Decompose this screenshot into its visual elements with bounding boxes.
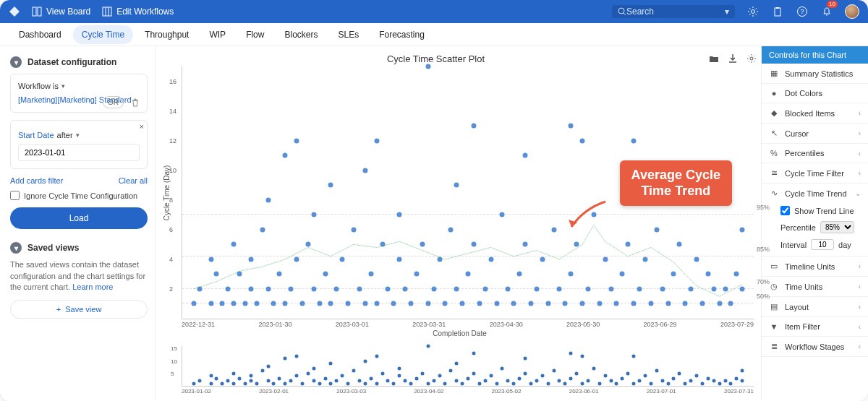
scatter-dot[interactable] — [523, 153, 528, 158]
scatter-dot[interactable] — [466, 272, 471, 277]
scatter-dot[interactable] — [580, 138, 585, 143]
scatter-dot[interactable] — [711, 286, 716, 291]
summary-statistics-item[interactable]: ▦ Summary Statistics — [762, 64, 868, 84]
scatter-dot[interactable] — [346, 301, 351, 306]
scatter-dot[interactable] — [614, 301, 619, 306]
scatter-dot[interactable] — [454, 183, 459, 188]
scatter-dot[interactable] — [437, 256, 442, 262]
scatter-dot[interactable] — [608, 286, 613, 291]
scatter-dot[interactable] — [420, 242, 425, 247]
scatter-dot[interactable] — [689, 286, 694, 291]
scatter-dot[interactable] — [471, 124, 476, 129]
cursor-item[interactable]: ↖ Cursor ‹ — [762, 124, 868, 144]
chevron-down-icon[interactable]: ▾ — [725, 7, 729, 17]
dataset-config-header[interactable]: ▾ Dataset configuration — [10, 56, 148, 68]
scatter-dot[interactable] — [580, 301, 585, 306]
scatter-dot[interactable] — [574, 242, 579, 247]
scatter-dot[interactable] — [277, 272, 282, 277]
scatter-dot[interactable] — [569, 272, 574, 277]
layout-item[interactable]: ▤ Layout ‹ — [762, 297, 868, 317]
close-icon[interactable]: × — [140, 122, 144, 131]
workflow-is-button[interactable]: Workflow is ▾ — [18, 82, 140, 90]
tab-dashboard[interactable]: Dashboard — [10, 25, 70, 44]
tab-forecasting[interactable]: Forecasting — [370, 25, 433, 44]
scatter-dot[interactable] — [425, 301, 430, 306]
saved-views-header[interactable]: ▾ Saved views — [10, 242, 148, 254]
scatter-dot[interactable] — [506, 286, 511, 291]
scatter-dot[interactable] — [328, 301, 333, 306]
dot-colors-item[interactable]: ● Dot Colors — [762, 84, 868, 103]
scatter-dot[interactable] — [294, 256, 299, 262]
scatter-dot[interactable] — [671, 272, 676, 277]
scatter-dot[interactable] — [740, 286, 745, 291]
folder-icon[interactable] — [709, 53, 719, 64]
scatter-dot[interactable] — [705, 272, 710, 277]
scatter-dot[interactable] — [397, 256, 402, 262]
scatter-dot[interactable] — [328, 183, 333, 188]
scatter-dot[interactable] — [728, 301, 733, 306]
load-button[interactable]: Load — [10, 207, 148, 229]
collapse-icon[interactable]: ▾ — [10, 242, 22, 254]
save-view-button[interactable]: + Save view — [10, 300, 148, 319]
collapse-icon[interactable]: ▾ — [10, 56, 22, 68]
interval-input[interactable] — [811, 239, 834, 250]
scatter-dot[interactable] — [283, 301, 288, 306]
edit-workflows-button[interactable]: Edit Workflows — [102, 7, 174, 17]
scatter-dot[interactable] — [299, 301, 305, 306]
tab-blockers[interactable]: Blockers — [276, 25, 326, 44]
trash-icon[interactable] — [131, 98, 140, 107]
scatter-dot[interactable] — [311, 286, 316, 291]
scatter-dot[interactable] — [403, 286, 408, 291]
cycle-time-trend-item[interactable]: ∿ Cycle Time Trend ⌄ — [762, 184, 868, 203]
overview-plot[interactable]: 51015 — [182, 346, 754, 387]
scatter-dot[interactable] — [362, 168, 367, 173]
scatter-dot[interactable] — [494, 301, 499, 306]
scatter-dot[interactable] — [352, 227, 357, 232]
add-cards-filter-link[interactable]: Add cards filter — [10, 176, 63, 185]
scatter-dot[interactable] — [523, 242, 528, 247]
tab-sles[interactable]: SLEs — [329, 25, 367, 44]
cycle-time-filter-item[interactable]: ≅ Cycle Time Filter ‹ — [762, 163, 868, 184]
percentile-select[interactable]: 85% — [820, 221, 854, 233]
scatter-dot[interactable] — [734, 272, 739, 277]
scatter-dot[interactable] — [557, 286, 562, 291]
scatter-dot[interactable] — [391, 301, 396, 306]
scatter-dot[interactable] — [317, 301, 322, 306]
scatter-dot[interactable] — [603, 256, 608, 262]
scatter-dot[interactable] — [534, 286, 539, 291]
scatter-dot[interactable] — [254, 301, 259, 306]
scatter-dot[interactable] — [374, 301, 379, 306]
scatter-dot[interactable] — [334, 286, 339, 291]
scatter-dot[interactable] — [248, 286, 253, 291]
scatter-dot[interactable] — [717, 301, 722, 306]
scatter-dot[interactable] — [620, 272, 625, 277]
scatter-dot[interactable] — [677, 242, 682, 247]
scatter-dot[interactable] — [231, 242, 237, 247]
scatter-dot[interactable] — [471, 242, 476, 247]
scatter-dot[interactable] — [477, 301, 482, 306]
scatter-dot[interactable] — [368, 272, 373, 277]
or-pill[interactable]: OR — [103, 96, 124, 108]
scatter-dot[interactable] — [665, 301, 671, 306]
gear-icon[interactable] — [746, 53, 757, 64]
scatter-dot[interactable] — [311, 212, 316, 217]
item-filter-item[interactable]: ▼ Item Filter ‹ — [762, 317, 868, 337]
scatter-dot[interactable] — [511, 301, 516, 306]
ignore-config-checkbox[interactable] — [10, 191, 20, 200]
search-box[interactable]: ▾ — [612, 5, 735, 18]
scatter-dot[interactable] — [637, 286, 642, 291]
tab-throughput[interactable]: Throughput — [136, 25, 197, 44]
scatter-dot[interactable] — [231, 301, 237, 306]
scatter-dot[interactable] — [540, 256, 545, 262]
download-icon[interactable] — [728, 53, 738, 64]
scatter-dot[interactable] — [699, 301, 705, 306]
scatter-dot[interactable] — [362, 301, 367, 306]
scatter-dot[interactable] — [642, 256, 647, 262]
scatter-dot[interactable] — [425, 64, 430, 69]
scatter-dot[interactable] — [323, 272, 328, 277]
scatter-dot[interactable] — [197, 286, 202, 291]
scatter-dot[interactable] — [626, 242, 631, 247]
scatter-dot[interactable] — [551, 227, 556, 232]
scatter-dot[interactable] — [694, 256, 699, 262]
scatter-dot[interactable] — [340, 256, 345, 262]
